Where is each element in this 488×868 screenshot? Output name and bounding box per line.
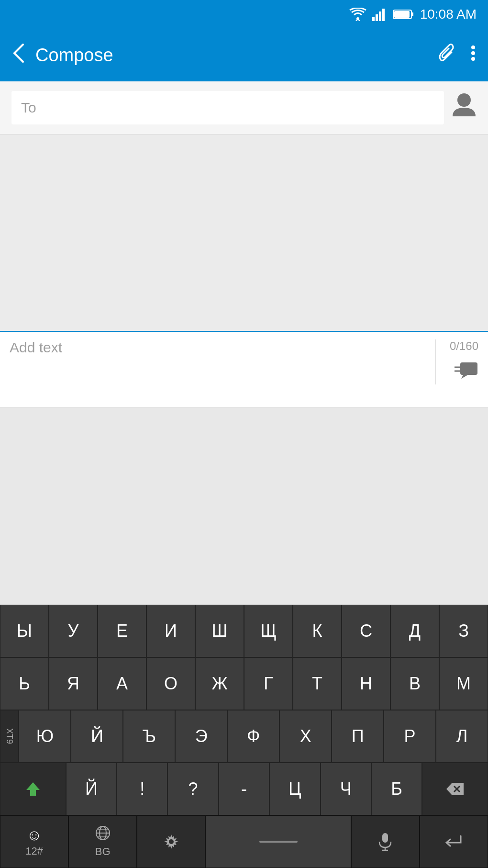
key-м[interactable]: М [439, 657, 488, 710]
emoji-icon: ☺ [26, 826, 42, 844]
numpad-label: 12# [25, 845, 43, 857]
keyboard: Ы У Е И Ш Щ К С Д З Ь Я А О Ж Г Т Н В М … [0, 605, 488, 868]
add-text-placeholder: Add text [10, 339, 62, 355]
status-icons: 10:08 AM [349, 7, 477, 22]
message-body[interactable] [0, 135, 488, 331]
signal-icon [372, 8, 388, 21]
key-й3[interactable]: Й [66, 763, 117, 815]
key-с[interactable]: С [342, 605, 390, 657]
svg-point-8 [471, 45, 475, 49]
language-label: BG [95, 845, 111, 858]
key-dash[interactable]: - [219, 763, 269, 815]
key-й2[interactable]: Й [71, 710, 123, 763]
key-ц[interactable]: Ц [269, 763, 320, 815]
text-actions: 0/160 [435, 339, 478, 384]
key-ф[interactable]: Ф [227, 710, 279, 763]
spacebar-key[interactable] [205, 815, 351, 868]
page-title: Compose [35, 45, 438, 66]
xt9-label: XT9 [0, 710, 19, 763]
send-icon[interactable] [454, 359, 478, 384]
svg-point-9 [471, 51, 475, 55]
key-question[interactable]: ? [167, 763, 218, 815]
add-text-input[interactable]: Add text [10, 339, 435, 356]
enter-key[interactable] [420, 815, 488, 868]
key-и[interactable]: И [146, 605, 195, 657]
language-key[interactable]: BG [68, 815, 137, 868]
wifi-icon [349, 8, 366, 21]
key-а[interactable]: А [98, 657, 146, 710]
key-к[interactable]: К [293, 605, 342, 657]
more-options-icon[interactable] [470, 43, 477, 68]
add-text-section[interactable]: Add text 0/160 [0, 331, 488, 407]
key-о[interactable]: О [146, 657, 195, 710]
svg-rect-7 [394, 11, 410, 18]
key-е[interactable]: Е [98, 605, 146, 657]
key-exclaim[interactable]: ! [117, 763, 167, 815]
key-л[interactable]: Л [436, 710, 488, 763]
key-х[interactable]: Х [279, 710, 332, 763]
key-р[interactable]: Р [384, 710, 436, 763]
key-я[interactable]: Я [49, 657, 98, 710]
to-field-section: To [0, 81, 488, 135]
svg-point-23 [169, 839, 174, 844]
attach-icon[interactable] [438, 43, 455, 68]
key-э[interactable]: Э [175, 710, 227, 763]
key-у[interactable]: У [49, 605, 98, 657]
svg-rect-3 [379, 11, 381, 21]
key-н[interactable]: Н [342, 657, 390, 710]
svg-point-10 [471, 57, 475, 61]
to-placeholder: To [21, 100, 36, 115]
svg-point-11 [457, 93, 471, 107]
status-time: 10:08 AM [420, 7, 477, 22]
globe-icon [95, 825, 111, 845]
key-щ[interactable]: Щ [244, 605, 293, 657]
keyboard-row-2: Ь Я А О Ж Г Т Н В М [0, 657, 488, 710]
key-ы[interactable]: Ы [0, 605, 49, 657]
keyboard-row-4: Й ! ? - Ц Ч Б [0, 763, 488, 815]
svg-rect-14 [460, 362, 477, 375]
svg-rect-1 [372, 17, 375, 21]
key-ж[interactable]: Ж [195, 657, 244, 710]
svg-rect-4 [382, 9, 385, 21]
svg-rect-2 [376, 14, 378, 21]
back-button[interactable] [11, 43, 26, 68]
key-ъ[interactable]: Ъ [123, 710, 175, 763]
contact-picker-icon[interactable] [452, 91, 477, 124]
char-count: 0/160 [450, 339, 478, 353]
key-г[interactable]: Г [244, 657, 293, 710]
key-б[interactable]: Б [371, 763, 422, 815]
key-ч[interactable]: Ч [321, 763, 371, 815]
status-bar: 10:08 AM [0, 0, 488, 29]
emoji-key[interactable]: ☺ 12# [0, 815, 68, 868]
svg-rect-24 [382, 833, 388, 843]
svg-point-0 [356, 17, 359, 20]
key-ш[interactable]: Ш [195, 605, 244, 657]
keyboard-bottom-row: ☺ 12# BG [0, 815, 488, 868]
app-bar-actions [438, 43, 477, 68]
shift-key[interactable] [0, 763, 66, 815]
to-input[interactable]: To [11, 91, 444, 124]
key-ю[interactable]: Ю [19, 710, 71, 763]
key-в[interactable]: В [390, 657, 439, 710]
app-bar: Compose [0, 29, 488, 81]
svg-rect-6 [411, 12, 413, 16]
key-ь[interactable]: Ь [0, 657, 49, 710]
settings-key[interactable] [137, 815, 205, 868]
keyboard-row-3: XT9 Ю Й Ъ Э Ф Х П Р Л [0, 710, 488, 763]
key-д[interactable]: Д [390, 605, 439, 657]
battery-icon [393, 9, 414, 20]
backspace-key[interactable] [422, 763, 488, 815]
key-т[interactable]: Т [293, 657, 342, 710]
microphone-key[interactable] [351, 815, 420, 868]
key-п[interactable]: П [332, 710, 384, 763]
keyboard-row-1: Ы У Е И Ш Щ К С Д З [0, 605, 488, 657]
key-з[interactable]: З [439, 605, 488, 657]
